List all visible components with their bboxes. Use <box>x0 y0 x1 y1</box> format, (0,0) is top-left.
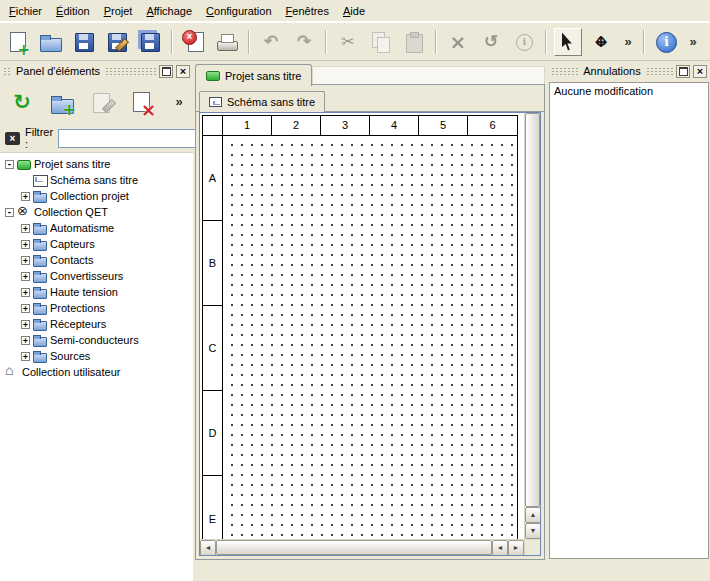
menu-fichier[interactable]: Fichier <box>2 1 49 21</box>
paste-button[interactable] <box>400 28 428 56</box>
select-mode-button[interactable] <box>554 28 582 56</box>
tree-item-label: Collection QET <box>34 206 108 218</box>
dock-grip[interactable] <box>551 67 578 75</box>
edit-element-button[interactable] <box>86 87 118 117</box>
dock-grip[interactable] <box>105 67 156 75</box>
expand-icon[interactable]: + <box>21 288 30 297</box>
save-button[interactable] <box>70 28 98 56</box>
tree-item-haute-tension[interactable]: +Haute tension <box>0 284 193 300</box>
scroll-right-button[interactable]: ► <box>508 540 524 556</box>
undo-list-item[interactable]: Aucune modification <box>550 83 708 99</box>
save-as-button[interactable] <box>103 28 131 56</box>
rotate-button[interactable] <box>477 28 505 56</box>
tree-item-r-cepteurs[interactable]: +Récepteurs <box>0 316 193 332</box>
float-panel-button[interactable] <box>159 65 173 78</box>
expand-icon[interactable]: + <box>21 336 30 345</box>
expand-icon[interactable]: + <box>21 352 30 361</box>
dock-grip[interactable] <box>646 67 673 75</box>
tree-item-projet-sans-titre[interactable]: -Projet sans titre <box>0 156 193 172</box>
column-header-4: 4 <box>370 116 419 136</box>
copy-button[interactable] <box>367 28 395 56</box>
print-button[interactable] <box>213 28 241 56</box>
close-panel-button[interactable] <box>693 65 707 78</box>
new-document-button[interactable] <box>4 28 32 56</box>
tree-item-sch-ma-sans-titre[interactable]: Schéma sans titre <box>0 172 193 188</box>
reload-collections-button[interactable] <box>6 87 38 117</box>
delete-button[interactable] <box>444 28 472 56</box>
scroll-left-button-2[interactable]: ◄ <box>492 540 508 556</box>
tree-item-collection-utilisateur[interactable]: Collection utilisateur <box>0 364 193 380</box>
collapse-icon[interactable]: - <box>5 208 14 217</box>
tree-item-semi-conducteurs[interactable]: +Semi-conducteurs <box>0 332 193 348</box>
tree-item-protections[interactable]: +Protections <box>0 300 193 316</box>
paper-body: ABCDE <box>203 136 517 539</box>
save-all-button[interactable] <box>136 28 164 56</box>
expand-icon[interactable]: + <box>21 320 30 329</box>
expand-icon[interactable]: + <box>21 256 30 265</box>
open-icon <box>39 30 63 54</box>
tree-item-collection-qet[interactable]: -Collection QET <box>0 204 193 220</box>
scroll-left-button[interactable]: ◄ <box>200 540 216 556</box>
schema-icon <box>209 97 222 107</box>
about-qet-button[interactable] <box>652 28 680 56</box>
collapse-icon[interactable]: - <box>5 160 14 169</box>
scroll-down-button[interactable]: ▼ <box>525 523 541 539</box>
tree-item-sources[interactable]: +Sources <box>0 348 193 364</box>
paste-icon <box>402 30 426 54</box>
element-info-button[interactable] <box>510 28 538 56</box>
delel-icon <box>130 90 154 114</box>
tab-schema[interactable]: Schéma sans titre <box>199 91 325 112</box>
menu-affichage[interactable]: Affichage <box>139 1 199 21</box>
tree-item-capteurs[interactable]: +Capteurs <box>0 236 193 252</box>
qet-icon <box>17 206 31 218</box>
elements-panel-title: Panel d'éléments <box>14 65 102 77</box>
menu-projet[interactable]: Projet <box>97 1 140 21</box>
horizontal-scroll-thumb[interactable] <box>216 540 492 555</box>
panel-overflow-button[interactable] <box>171 91 187 113</box>
tree-item-convertisseurs[interactable]: +Convertisseurs <box>0 268 193 284</box>
dock-grip[interactable] <box>3 67 11 75</box>
expand-icon[interactable]: + <box>21 304 30 313</box>
expand-icon[interactable]: + <box>21 272 30 281</box>
filter-label: Filtrer : <box>25 126 53 150</box>
diagram-grid[interactable] <box>223 136 517 539</box>
menu-configuration[interactable]: Configuration <box>199 1 278 21</box>
vertical-scroll-thumb[interactable] <box>525 113 540 507</box>
toolbar-overflow-right-button[interactable] <box>685 28 701 56</box>
cursor-icon <box>556 30 580 54</box>
cut-button[interactable] <box>334 28 362 56</box>
tab-project[interactable]: Projet sans titre <box>195 64 312 86</box>
print-icon <box>215 30 239 54</box>
close-panel-button[interactable] <box>176 65 190 78</box>
tabbar-empty-area <box>312 66 545 85</box>
expand-icon[interactable]: + <box>21 192 30 201</box>
menu-aide[interactable]: Aide <box>336 1 372 21</box>
menu-fen-tres[interactable]: Fenêtres <box>279 1 336 21</box>
diagram-viewport[interactable]: 123456 ABCDE <box>200 113 524 539</box>
filter-input[interactable] <box>58 129 208 148</box>
expand-icon[interactable]: + <box>21 240 30 249</box>
redo-button[interactable] <box>290 28 318 56</box>
tree-item-contacts[interactable]: +Contacts <box>0 252 193 268</box>
close-document-button[interactable] <box>180 28 208 56</box>
toolbar-separator <box>545 30 547 54</box>
tree-item-automatisme[interactable]: +Automatisme <box>0 220 193 236</box>
expand-icon[interactable]: + <box>21 224 30 233</box>
toolbar-separator <box>171 30 173 54</box>
float-panel-button[interactable] <box>676 65 690 78</box>
toolbar-overflow-button[interactable] <box>620 28 636 56</box>
scroll-up-button[interactable]: ▲ <box>525 507 541 523</box>
tree-item-collection-projet[interactable]: +Collection projet <box>0 188 193 204</box>
open-project-button[interactable] <box>37 28 65 56</box>
folder-icon <box>33 238 47 250</box>
row-header-C: C <box>203 306 223 391</box>
new-element-button[interactable] <box>46 87 78 117</box>
clear-filter-button[interactable]: × <box>5 130 20 146</box>
row-header-B: B <box>203 221 223 306</box>
pan-mode-button[interactable] <box>587 28 615 56</box>
undo-button[interactable] <box>257 28 285 56</box>
project-tabbar: Projet sans titre <box>195 62 545 85</box>
delete-element-button[interactable] <box>126 87 158 117</box>
chevron-icon <box>621 30 635 54</box>
menu-dition[interactable]: Édition <box>49 1 97 21</box>
